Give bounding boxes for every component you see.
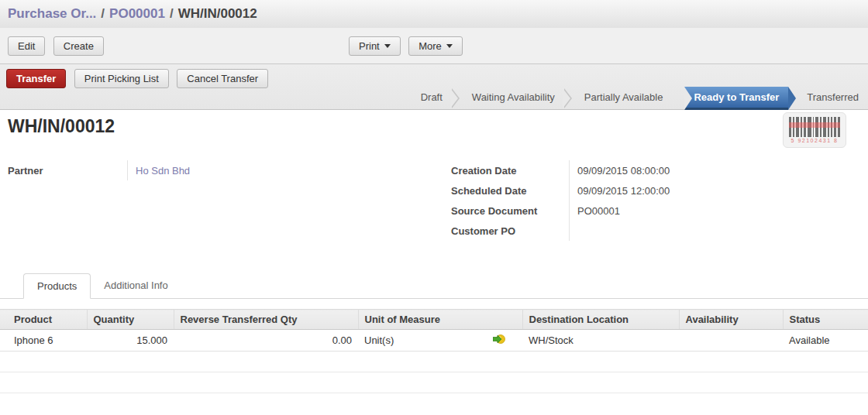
chevron-right-icon — [564, 88, 575, 108]
cell-reverse-qty: 0.00 — [174, 330, 358, 352]
notebook-tabs: Products Additional Info — [0, 273, 868, 299]
field-groups: Partner Ho Sdn Bhd Creation Date 09/09/2… — [0, 160, 868, 241]
table-header-row: Product Quantity Reverse Transferred Qty… — [0, 310, 868, 330]
breadcrumb-purchase-orders[interactable]: Purchase Or... — [8, 6, 96, 22]
page-title: WH/IN/00012 — [0, 110, 868, 137]
creation-date-value: 09/09/2015 08:00:00 — [570, 165, 670, 177]
col-availability[interactable]: Availability — [679, 310, 783, 330]
breadcrumb-separator: / — [101, 6, 105, 22]
status-step-ready-to-transfer[interactable]: Ready to Transfer — [684, 87, 788, 110]
field-group-left: Partner Ho Sdn Bhd — [8, 160, 451, 241]
col-unit-of-measure[interactable]: Unit of Measure — [358, 310, 522, 330]
scheduled-date-label: Scheduled Date — [451, 180, 570, 201]
more-dropdown-button[interactable]: More — [408, 36, 463, 56]
source-document-label: Source Document — [451, 201, 570, 221]
caret-down-icon — [384, 44, 391, 48]
cell-quantity: 15.000 — [87, 330, 174, 352]
col-reverse-transferred-qty[interactable]: Reverse Transferred Qty — [174, 310, 358, 330]
barcode-digits: 5 92102431 8 — [789, 138, 840, 143]
scheduled-date-value: 09/09/2015 12:00:00 — [570, 185, 670, 197]
cancel-transfer-button[interactable]: Cancel Transfer — [177, 69, 268, 88]
partner-value[interactable]: Ho Sdn Bhd — [128, 165, 190, 177]
field-group-right: Creation Date 09/09/2015 08:00:00 Schedu… — [451, 160, 670, 241]
toolbar: Edit Create Print More — [0, 28, 868, 64]
products-table: Product Quantity Reverse Transferred Qty… — [0, 309, 868, 414]
tab-products[interactable]: Products — [23, 273, 91, 299]
source-document-value: PO00001 — [570, 205, 620, 217]
col-status[interactable]: Status — [783, 310, 868, 330]
print-label: Print — [359, 40, 380, 52]
empty-row — [0, 393, 868, 414]
cell-uom: Unit(s) — [364, 334, 394, 346]
create-button[interactable]: Create — [53, 36, 104, 56]
status-step-waiting-availability[interactable]: Waiting Availability — [463, 87, 564, 110]
creation-date-label: Creation Date — [451, 160, 570, 180]
caret-down-icon — [446, 44, 453, 48]
tab-additional-info[interactable]: Additional Info — [91, 273, 181, 299]
cell-product: Iphone 6 — [0, 330, 87, 352]
status-step-transferred[interactable]: Transferred — [797, 87, 868, 110]
edit-button[interactable]: Edit — [8, 36, 45, 56]
breadcrumb-separator: / — [170, 6, 174, 22]
move-operation-icon[interactable] — [493, 334, 505, 347]
form-sheet: WH/IN/00012 5 92102431 8 Partner Ho Sdn … — [0, 110, 868, 415]
col-quantity[interactable]: Quantity — [87, 310, 174, 330]
customer-po-label: Customer PO — [451, 221, 570, 241]
barcode-bars — [789, 117, 840, 137]
empty-row — [0, 372, 868, 393]
chevron-right-icon — [452, 88, 463, 108]
breadcrumb-po00001[interactable]: PO00001 — [109, 6, 165, 22]
table-row[interactable]: Iphone 6 15.000 0.00 Unit(s) — [0, 330, 868, 352]
empty-row — [0, 352, 868, 372]
status-step-draft[interactable]: Draft — [412, 87, 452, 110]
status-step-partially-available[interactable]: Partially Available — [575, 87, 673, 110]
print-picking-list-button[interactable]: Print Picking List — [74, 69, 169, 88]
cell-status: Available — [783, 330, 868, 352]
col-destination-location[interactable]: Destination Location — [522, 310, 679, 330]
breadcrumb: Purchase Or... / PO00001 / WH/IN/00012 — [0, 0, 868, 28]
cell-destination: WH/Stock — [522, 330, 679, 352]
barcode-icon: 5 92102431 8 — [783, 112, 846, 148]
transfer-button[interactable]: Transfer — [6, 69, 66, 88]
more-label: More — [418, 40, 442, 52]
print-dropdown-button[interactable]: Print — [349, 36, 401, 56]
barcode-laser — [789, 122, 840, 128]
statusbar: Draft Waiting Availability Partially Ava… — [412, 87, 868, 110]
form-header: Transfer Print Picking List Cancel Trans… — [0, 64, 868, 110]
partner-label: Partner — [8, 160, 128, 180]
col-product[interactable]: Product — [0, 310, 87, 330]
breadcrumb-current: WH/IN/00012 — [178, 6, 257, 22]
cell-availability — [679, 330, 783, 352]
